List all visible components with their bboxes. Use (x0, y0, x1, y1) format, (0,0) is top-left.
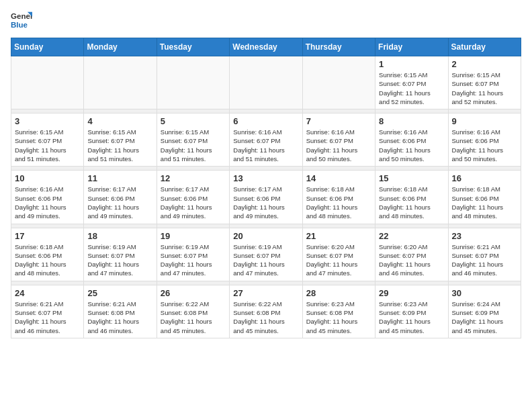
day-info: Sunrise: 6:16 AM Sunset: 6:06 PM Dayligh… (452, 128, 517, 163)
calendar-cell: 3Sunrise: 6:15 AM Sunset: 6:07 PM Daylig… (11, 113, 84, 167)
calendar-cell: 21Sunrise: 6:20 AM Sunset: 6:07 PM Dayli… (302, 228, 375, 281)
calendar-cell: 23Sunrise: 6:21 AM Sunset: 6:07 PM Dayli… (448, 228, 521, 281)
day-number: 27 (233, 288, 298, 298)
day-number: 9 (452, 116, 517, 126)
day-number: 2 (452, 59, 517, 69)
day-info: Sunrise: 6:21 AM Sunset: 6:08 PM Dayligh… (87, 300, 152, 335)
day-info: Sunrise: 6:17 AM Sunset: 6:06 PM Dayligh… (87, 185, 152, 220)
day-info: Sunrise: 6:23 AM Sunset: 6:09 PM Dayligh… (379, 300, 444, 335)
day-number: 24 (15, 288, 80, 298)
day-number: 13 (233, 173, 298, 183)
weekday-header-saturday: Saturday (448, 38, 521, 56)
calendar-cell: 22Sunrise: 6:20 AM Sunset: 6:07 PM Dayli… (375, 228, 448, 281)
day-number: 29 (379, 288, 444, 298)
day-info: Sunrise: 6:23 AM Sunset: 6:08 PM Dayligh… (306, 300, 371, 335)
day-number: 26 (161, 288, 226, 298)
calendar-cell: 6Sunrise: 6:16 AM Sunset: 6:07 PM Daylig… (230, 113, 302, 167)
day-number: 15 (379, 173, 444, 183)
day-info: Sunrise: 6:22 AM Sunset: 6:08 PM Dayligh… (161, 300, 226, 335)
day-info: Sunrise: 6:18 AM Sunset: 6:06 PM Dayligh… (306, 185, 371, 220)
page-header: General Blue (11, 11, 521, 32)
calendar-cell: 2Sunrise: 6:15 AM Sunset: 6:07 PM Daylig… (448, 56, 521, 109)
day-number: 25 (87, 288, 152, 298)
calendar-cell: 24Sunrise: 6:21 AM Sunset: 6:07 PM Dayli… (11, 285, 84, 338)
calendar-week-3: 10Sunrise: 6:16 AM Sunset: 6:06 PM Dayli… (11, 171, 521, 224)
day-info: Sunrise: 6:19 AM Sunset: 6:07 PM Dayligh… (233, 242, 298, 278)
calendar-cell: 26Sunrise: 6:22 AM Sunset: 6:08 PM Dayli… (157, 285, 229, 338)
day-info: Sunrise: 6:21 AM Sunset: 6:07 PM Dayligh… (452, 242, 517, 278)
calendar-cell: 1Sunrise: 6:15 AM Sunset: 6:07 PM Daylig… (375, 56, 448, 109)
day-number: 30 (452, 288, 517, 298)
day-info: Sunrise: 6:18 AM Sunset: 6:06 PM Dayligh… (15, 242, 80, 278)
day-number: 18 (87, 231, 152, 241)
calendar-cell: 5Sunrise: 6:15 AM Sunset: 6:07 PM Daylig… (157, 113, 229, 167)
day-number: 8 (379, 116, 444, 126)
day-info: Sunrise: 6:16 AM Sunset: 6:06 PM Dayligh… (15, 185, 80, 220)
day-info: Sunrise: 6:18 AM Sunset: 6:06 PM Dayligh… (452, 185, 517, 220)
calendar-cell: 20Sunrise: 6:19 AM Sunset: 6:07 PM Dayli… (230, 228, 302, 281)
day-number: 4 (87, 116, 152, 126)
day-info: Sunrise: 6:16 AM Sunset: 6:06 PM Dayligh… (379, 128, 444, 163)
weekday-header-wednesday: Wednesday (230, 38, 302, 56)
calendar-cell: 27Sunrise: 6:22 AM Sunset: 6:08 PM Dayli… (230, 285, 302, 338)
day-number: 21 (306, 231, 371, 241)
calendar-table: SundayMondayTuesdayWednesdayThursdayFrid… (11, 38, 521, 338)
day-number: 7 (306, 116, 371, 126)
day-number: 5 (161, 116, 226, 126)
calendar-cell: 4Sunrise: 6:15 AM Sunset: 6:07 PM Daylig… (84, 113, 157, 167)
calendar-cell (302, 56, 375, 109)
day-number: 12 (161, 173, 226, 183)
day-number: 1 (379, 59, 444, 69)
calendar-header-row: SundayMondayTuesdayWednesdayThursdayFrid… (11, 38, 521, 56)
calendar-cell: 19Sunrise: 6:19 AM Sunset: 6:07 PM Dayli… (157, 228, 229, 281)
calendar-cell: 30Sunrise: 6:24 AM Sunset: 6:09 PM Dayli… (448, 285, 521, 338)
day-number: 3 (15, 116, 80, 126)
day-info: Sunrise: 6:16 AM Sunset: 6:07 PM Dayligh… (306, 128, 371, 163)
day-info: Sunrise: 6:24 AM Sunset: 6:09 PM Dayligh… (452, 300, 517, 335)
day-info: Sunrise: 6:15 AM Sunset: 6:07 PM Dayligh… (87, 128, 152, 163)
day-info: Sunrise: 6:18 AM Sunset: 6:06 PM Dayligh… (379, 185, 444, 220)
calendar-cell: 29Sunrise: 6:23 AM Sunset: 6:09 PM Dayli… (375, 285, 448, 338)
day-number: 28 (306, 288, 371, 298)
day-number: 6 (233, 116, 298, 126)
day-info: Sunrise: 6:20 AM Sunset: 6:07 PM Dayligh… (379, 242, 444, 278)
day-number: 16 (452, 173, 517, 183)
day-info: Sunrise: 6:15 AM Sunset: 6:07 PM Dayligh… (379, 71, 444, 106)
day-info: Sunrise: 6:19 AM Sunset: 6:07 PM Dayligh… (87, 242, 152, 278)
day-info: Sunrise: 6:15 AM Sunset: 6:07 PM Dayligh… (452, 71, 517, 106)
day-number: 19 (161, 231, 226, 241)
day-info: Sunrise: 6:21 AM Sunset: 6:07 PM Dayligh… (15, 300, 80, 335)
weekday-header-thursday: Thursday (302, 38, 375, 56)
logo: General Blue (11, 11, 35, 32)
day-info: Sunrise: 6:22 AM Sunset: 6:08 PM Dayligh… (233, 300, 298, 335)
day-number: 10 (15, 173, 80, 183)
svg-text:Blue: Blue (11, 21, 28, 29)
calendar-cell: 12Sunrise: 6:17 AM Sunset: 6:06 PM Dayli… (157, 171, 229, 224)
day-info: Sunrise: 6:20 AM Sunset: 6:07 PM Dayligh… (306, 242, 371, 278)
day-info: Sunrise: 6:17 AM Sunset: 6:06 PM Dayligh… (233, 185, 298, 220)
day-number: 11 (87, 173, 152, 183)
weekday-header-sunday: Sunday (11, 38, 84, 56)
calendar-cell: 9Sunrise: 6:16 AM Sunset: 6:06 PM Daylig… (448, 113, 521, 167)
weekday-header-friday: Friday (375, 38, 448, 56)
calendar-cell: 13Sunrise: 6:17 AM Sunset: 6:06 PM Dayli… (230, 171, 302, 224)
day-number: 14 (306, 173, 371, 183)
calendar-cell: 8Sunrise: 6:16 AM Sunset: 6:06 PM Daylig… (375, 113, 448, 167)
calendar-week-1: 1Sunrise: 6:15 AM Sunset: 6:07 PM Daylig… (11, 56, 521, 109)
calendar-cell (230, 56, 302, 109)
calendar-cell: 10Sunrise: 6:16 AM Sunset: 6:06 PM Dayli… (11, 171, 84, 224)
calendar-week-2: 3Sunrise: 6:15 AM Sunset: 6:07 PM Daylig… (11, 113, 521, 167)
weekday-header-monday: Monday (84, 38, 157, 56)
day-number: 17 (15, 231, 80, 241)
calendar-cell: 18Sunrise: 6:19 AM Sunset: 6:07 PM Dayli… (84, 228, 157, 281)
calendar-cell: 25Sunrise: 6:21 AM Sunset: 6:08 PM Dayli… (84, 285, 157, 338)
day-info: Sunrise: 6:16 AM Sunset: 6:07 PM Dayligh… (233, 128, 298, 163)
calendar-cell (11, 56, 84, 109)
calendar-cell: 16Sunrise: 6:18 AM Sunset: 6:06 PM Dayli… (448, 171, 521, 224)
day-number: 20 (233, 231, 298, 241)
calendar-week-5: 24Sunrise: 6:21 AM Sunset: 6:07 PM Dayli… (11, 285, 521, 338)
day-info: Sunrise: 6:19 AM Sunset: 6:07 PM Dayligh… (161, 242, 226, 278)
logo-icon: General Blue (11, 11, 32, 32)
day-number: 23 (452, 231, 517, 241)
calendar-cell: 28Sunrise: 6:23 AM Sunset: 6:08 PM Dayli… (302, 285, 375, 338)
